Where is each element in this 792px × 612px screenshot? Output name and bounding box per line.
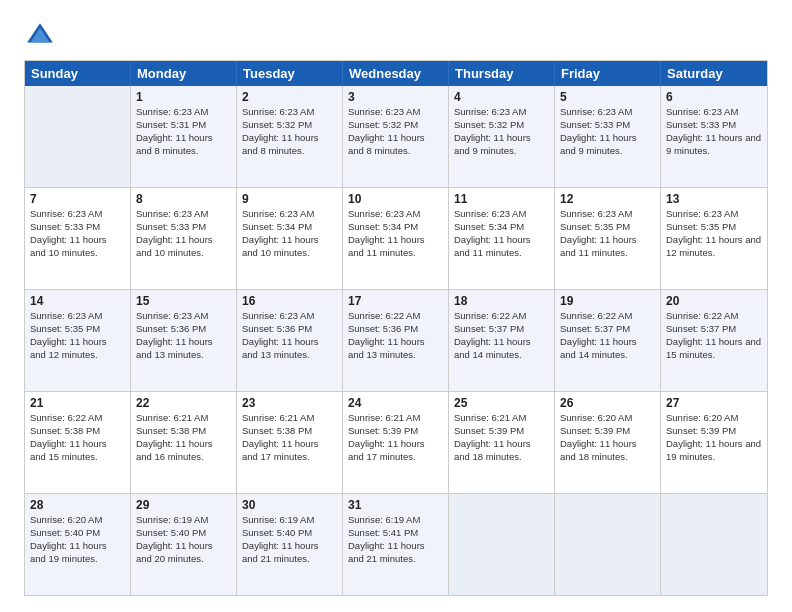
header-day-wednesday: Wednesday — [343, 61, 449, 86]
calendar-cell-5-5 — [449, 494, 555, 595]
calendar-row-week-3: 14Sunrise: 6:23 AMSunset: 5:35 PMDayligh… — [25, 289, 767, 391]
calendar: SundayMondayTuesdayWednesdayThursdayFrid… — [24, 60, 768, 596]
calendar-header: SundayMondayTuesdayWednesdayThursdayFrid… — [25, 61, 767, 86]
calendar-cell-1-1 — [25, 86, 131, 187]
calendar-cell-4-2: 22Sunrise: 6:21 AMSunset: 5:38 PMDayligh… — [131, 392, 237, 493]
calendar-cell-1-4: 3Sunrise: 6:23 AMSunset: 5:32 PMDaylight… — [343, 86, 449, 187]
header-day-thursday: Thursday — [449, 61, 555, 86]
day-number: 22 — [136, 395, 231, 411]
header-day-sunday: Sunday — [25, 61, 131, 86]
calendar-cell-2-6: 12Sunrise: 6:23 AMSunset: 5:35 PMDayligh… — [555, 188, 661, 289]
day-number: 30 — [242, 497, 337, 513]
day-number: 13 — [666, 191, 762, 207]
day-number: 6 — [666, 89, 762, 105]
day-number: 4 — [454, 89, 549, 105]
day-number: 18 — [454, 293, 549, 309]
day-number: 28 — [30, 497, 125, 513]
header-day-monday: Monday — [131, 61, 237, 86]
calendar-cell-2-2: 8Sunrise: 6:23 AMSunset: 5:33 PMDaylight… — [131, 188, 237, 289]
logo — [24, 20, 60, 52]
calendar-cell-4-6: 26Sunrise: 6:20 AMSunset: 5:39 PMDayligh… — [555, 392, 661, 493]
day-number: 29 — [136, 497, 231, 513]
calendar-cell-5-7 — [661, 494, 767, 595]
calendar-cell-3-1: 14Sunrise: 6:23 AMSunset: 5:35 PMDayligh… — [25, 290, 131, 391]
header — [24, 20, 768, 52]
day-number: 5 — [560, 89, 655, 105]
day-number: 19 — [560, 293, 655, 309]
calendar-cell-3-7: 20Sunrise: 6:22 AMSunset: 5:37 PMDayligh… — [661, 290, 767, 391]
day-number: 7 — [30, 191, 125, 207]
calendar-body: 1Sunrise: 6:23 AMSunset: 5:31 PMDaylight… — [25, 86, 767, 595]
calendar-row-week-4: 21Sunrise: 6:22 AMSunset: 5:38 PMDayligh… — [25, 391, 767, 493]
day-number: 1 — [136, 89, 231, 105]
day-number: 14 — [30, 293, 125, 309]
calendar-cell-3-5: 18Sunrise: 6:22 AMSunset: 5:37 PMDayligh… — [449, 290, 555, 391]
calendar-row-week-5: 28Sunrise: 6:20 AMSunset: 5:40 PMDayligh… — [25, 493, 767, 595]
calendar-cell-4-5: 25Sunrise: 6:21 AMSunset: 5:39 PMDayligh… — [449, 392, 555, 493]
day-number: 23 — [242, 395, 337, 411]
header-day-saturday: Saturday — [661, 61, 767, 86]
calendar-cell-1-2: 1Sunrise: 6:23 AMSunset: 5:31 PMDaylight… — [131, 86, 237, 187]
calendar-cell-1-7: 6Sunrise: 6:23 AMSunset: 5:33 PMDaylight… — [661, 86, 767, 187]
calendar-row-week-2: 7Sunrise: 6:23 AMSunset: 5:33 PMDaylight… — [25, 187, 767, 289]
calendar-cell-5-2: 29Sunrise: 6:19 AMSunset: 5:40 PMDayligh… — [131, 494, 237, 595]
calendar-cell-3-6: 19Sunrise: 6:22 AMSunset: 5:37 PMDayligh… — [555, 290, 661, 391]
day-number: 9 — [242, 191, 337, 207]
calendar-cell-3-2: 15Sunrise: 6:23 AMSunset: 5:36 PMDayligh… — [131, 290, 237, 391]
day-number: 21 — [30, 395, 125, 411]
calendar-cell-1-5: 4Sunrise: 6:23 AMSunset: 5:32 PMDaylight… — [449, 86, 555, 187]
calendar-cell-5-6 — [555, 494, 661, 595]
day-number: 8 — [136, 191, 231, 207]
day-number: 2 — [242, 89, 337, 105]
calendar-cell-1-6: 5Sunrise: 6:23 AMSunset: 5:33 PMDaylight… — [555, 86, 661, 187]
calendar-cell-3-4: 17Sunrise: 6:22 AMSunset: 5:36 PMDayligh… — [343, 290, 449, 391]
day-number: 16 — [242, 293, 337, 309]
day-number: 27 — [666, 395, 762, 411]
header-day-friday: Friday — [555, 61, 661, 86]
calendar-cell-4-1: 21Sunrise: 6:22 AMSunset: 5:38 PMDayligh… — [25, 392, 131, 493]
calendar-cell-5-1: 28Sunrise: 6:20 AMSunset: 5:40 PMDayligh… — [25, 494, 131, 595]
day-number: 12 — [560, 191, 655, 207]
day-number: 15 — [136, 293, 231, 309]
day-number: 10 — [348, 191, 443, 207]
calendar-cell-2-5: 11Sunrise: 6:23 AMSunset: 5:34 PMDayligh… — [449, 188, 555, 289]
calendar-cell-5-4: 31Sunrise: 6:19 AMSunset: 5:41 PMDayligh… — [343, 494, 449, 595]
day-number: 17 — [348, 293, 443, 309]
header-day-tuesday: Tuesday — [237, 61, 343, 86]
calendar-row-week-1: 1Sunrise: 6:23 AMSunset: 5:31 PMDaylight… — [25, 86, 767, 187]
calendar-cell-2-7: 13Sunrise: 6:23 AMSunset: 5:35 PMDayligh… — [661, 188, 767, 289]
calendar-cell-2-1: 7Sunrise: 6:23 AMSunset: 5:33 PMDaylight… — [25, 188, 131, 289]
logo-icon — [24, 20, 56, 52]
calendar-cell-1-3: 2Sunrise: 6:23 AMSunset: 5:32 PMDaylight… — [237, 86, 343, 187]
day-number: 31 — [348, 497, 443, 513]
calendar-cell-3-3: 16Sunrise: 6:23 AMSunset: 5:36 PMDayligh… — [237, 290, 343, 391]
day-number: 24 — [348, 395, 443, 411]
day-number: 25 — [454, 395, 549, 411]
day-number: 26 — [560, 395, 655, 411]
calendar-cell-4-3: 23Sunrise: 6:21 AMSunset: 5:38 PMDayligh… — [237, 392, 343, 493]
day-number: 20 — [666, 293, 762, 309]
calendar-cell-4-4: 24Sunrise: 6:21 AMSunset: 5:39 PMDayligh… — [343, 392, 449, 493]
page: SundayMondayTuesdayWednesdayThursdayFrid… — [0, 0, 792, 612]
day-number: 11 — [454, 191, 549, 207]
day-number: 3 — [348, 89, 443, 105]
calendar-cell-4-7: 27Sunrise: 6:20 AMSunset: 5:39 PMDayligh… — [661, 392, 767, 493]
calendar-cell-2-3: 9Sunrise: 6:23 AMSunset: 5:34 PMDaylight… — [237, 188, 343, 289]
calendar-cell-2-4: 10Sunrise: 6:23 AMSunset: 5:34 PMDayligh… — [343, 188, 449, 289]
calendar-cell-5-3: 30Sunrise: 6:19 AMSunset: 5:40 PMDayligh… — [237, 494, 343, 595]
